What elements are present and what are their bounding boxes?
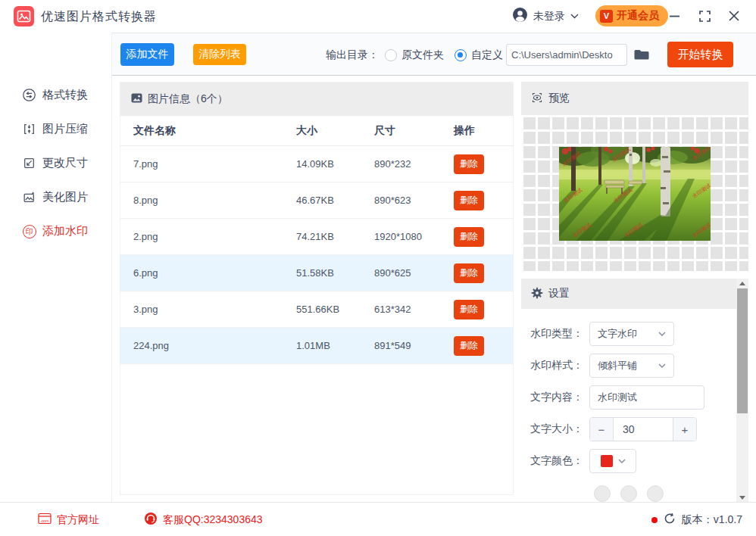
watermark-type-select[interactable]: 文字水印 bbox=[589, 322, 674, 346]
delete-button[interactable]: 删除 bbox=[454, 154, 484, 174]
watermark-style-select[interactable]: 倾斜平铺 bbox=[589, 354, 674, 378]
color-preset-dots bbox=[521, 485, 736, 502]
chevron-down-icon bbox=[570, 14, 579, 19]
col-size: 大小 bbox=[296, 124, 374, 138]
settings-scrollbar[interactable] bbox=[736, 279, 748, 502]
app-title: 优速图片格式转换器 bbox=[41, 0, 157, 33]
radio-original-folder[interactable]: 原文件夹 bbox=[385, 33, 444, 76]
sidebar-item-resize[interactable]: 更改尺寸 bbox=[0, 146, 111, 180]
text-content-label: 文字内容： bbox=[530, 391, 589, 404]
footer-right: 版本：v1.0.7 bbox=[651, 503, 742, 536]
sidebar-item-image-compress[interactable]: 图片压缩 bbox=[0, 112, 111, 146]
vip-button[interactable]: V 开通会员 bbox=[595, 5, 668, 26]
col-action: 操作 bbox=[454, 124, 513, 138]
file-name: 2.png bbox=[133, 231, 296, 242]
delete-button[interactable]: 删除 bbox=[454, 336, 484, 356]
status-dot bbox=[651, 517, 658, 523]
settings-body: 水印类型： 文字水印 水印样式： 倾斜平铺 文字内容： 文字大小： − + bbox=[521, 309, 736, 502]
preview-eye-icon bbox=[531, 92, 543, 106]
output-path-input[interactable] bbox=[506, 44, 627, 66]
settings-header: 设置 bbox=[521, 279, 736, 309]
image-info-icon bbox=[131, 92, 142, 106]
table-row[interactable]: 7.png 14.09KB 890*232 删除 bbox=[120, 146, 513, 182]
preset-dot[interactable] bbox=[647, 485, 664, 502]
delete-button[interactable]: 删除 bbox=[454, 300, 484, 319]
text-color-label: 文字颜色： bbox=[530, 454, 589, 468]
chevron-down-icon bbox=[618, 459, 626, 463]
sidebar-item-label: 图片压缩 bbox=[42, 122, 88, 136]
resize-icon bbox=[22, 156, 36, 170]
text-content-row: 文字内容： bbox=[530, 385, 704, 410]
titlebar: 优速图片格式转换器 未登录 V 开通会员 bbox=[0, 0, 756, 33]
file-dims: 891*549 bbox=[374, 340, 454, 351]
login-menu[interactable]: 未登录 bbox=[512, 0, 579, 33]
font-size-value-input[interactable] bbox=[614, 418, 673, 441]
minimize-button[interactable] bbox=[666, 8, 683, 24]
file-name: 6.png bbox=[133, 267, 296, 279]
sidebar-item-label: 美化图片 bbox=[42, 190, 88, 204]
sidebar-item-watermark[interactable]: 印 添加水印 bbox=[0, 214, 111, 248]
preview-title: 预览 bbox=[548, 92, 570, 105]
preset-dot[interactable] bbox=[620, 485, 637, 502]
file-name: 7.png bbox=[133, 158, 296, 170]
footer: .com 官方网址 客服QQ:3234303643 版本：v1.0.7 bbox=[0, 502, 756, 536]
file-dims: 613*342 bbox=[374, 304, 454, 315]
file-dims: 890*623 bbox=[374, 195, 454, 206]
maximize-button[interactable] bbox=[696, 8, 713, 24]
output-dir-label: 输出目录： bbox=[326, 33, 379, 76]
app-logo-icon bbox=[14, 6, 34, 26]
color-swatch bbox=[601, 455, 613, 467]
support-qq-link[interactable]: 客服QQ:3234303643 bbox=[144, 503, 263, 536]
preset-dot[interactable] bbox=[594, 485, 611, 502]
close-button[interactable] bbox=[726, 8, 742, 24]
preview-image: 水印测试 水印测试 水印测试 水印测试 水印测试 水印测试 水印测试 水印测试 … bbox=[559, 147, 711, 241]
radio-custom-folder[interactable]: 自定义 bbox=[455, 33, 503, 76]
scroll-up-icon[interactable] bbox=[736, 279, 748, 288]
login-label: 未登录 bbox=[533, 10, 565, 23]
delete-button[interactable]: 删除 bbox=[454, 191, 484, 210]
table-row[interactable]: 3.png 551.66KB 613*342 删除 bbox=[120, 291, 513, 328]
file-size: 51.58KB bbox=[296, 267, 374, 279]
official-website-label: 官方网址 bbox=[57, 513, 99, 527]
sidebar-item-format-convert[interactable]: 格式转换 bbox=[0, 78, 111, 112]
stepper-minus-button[interactable]: − bbox=[590, 418, 614, 441]
watermark-type-label: 水印类型： bbox=[530, 327, 589, 341]
text-size-label: 文字大小： bbox=[530, 422, 589, 436]
file-dims: 890*232 bbox=[374, 158, 454, 170]
delete-button[interactable]: 删除 bbox=[454, 227, 484, 247]
browser-com-icon: .com bbox=[38, 513, 52, 527]
font-size-stepper: − + bbox=[589, 417, 697, 441]
text-size-row: 文字大小： − + bbox=[530, 417, 697, 441]
watermark-style-row: 水印样式： 倾斜平铺 bbox=[530, 354, 674, 378]
add-files-button[interactable]: 添加文件 bbox=[120, 43, 174, 66]
scrollbar-thumb[interactable] bbox=[737, 288, 748, 413]
color-picker-select[interactable] bbox=[589, 449, 636, 473]
watermark-text-input[interactable] bbox=[589, 385, 704, 410]
table-row[interactable]: 8.png 46.67KB 890*623 删除 bbox=[120, 182, 513, 219]
delete-button[interactable]: 删除 bbox=[454, 263, 484, 283]
radio-checked-icon bbox=[455, 49, 467, 61]
col-filename: 文件名称 bbox=[133, 124, 296, 138]
watermark-type-row: 水印类型： 文字水印 bbox=[530, 322, 674, 346]
file-size: 1.01MB bbox=[296, 340, 374, 351]
table-row[interactable]: 2.png 74.21KB 1920*1080 删除 bbox=[120, 219, 513, 255]
col-dims: 尺寸 bbox=[374, 124, 454, 138]
official-website-link[interactable]: .com 官方网址 bbox=[38, 503, 99, 536]
table-row[interactable]: 6.png 51.58KB 890*625 删除 bbox=[120, 255, 513, 291]
customer-service-icon bbox=[144, 512, 158, 528]
file-name: 8.png bbox=[133, 195, 296, 206]
stepper-plus-button[interactable]: + bbox=[673, 418, 696, 441]
browse-folder-icon[interactable] bbox=[633, 47, 650, 62]
file-name: 3.png bbox=[133, 304, 296, 315]
start-convert-button[interactable]: 开始转换 bbox=[667, 42, 733, 67]
sidebar-item-beautify[interactable]: 美化图片 bbox=[0, 180, 111, 214]
table-header-row: 文件名称 大小 尺寸 操作 bbox=[120, 116, 513, 146]
clear-list-button[interactable]: 清除列表 bbox=[193, 44, 246, 65]
scroll-down-icon[interactable] bbox=[736, 493, 748, 502]
table-row[interactable]: 224.png 1.01MB 891*549 删除 bbox=[120, 328, 513, 364]
file-list-header: 图片信息（6个） bbox=[120, 83, 513, 116]
file-size: 74.21KB bbox=[296, 231, 374, 242]
refresh-icon[interactable] bbox=[664, 513, 676, 528]
vip-badge-icon: V bbox=[600, 10, 613, 23]
file-size: 14.09KB bbox=[296, 158, 374, 170]
